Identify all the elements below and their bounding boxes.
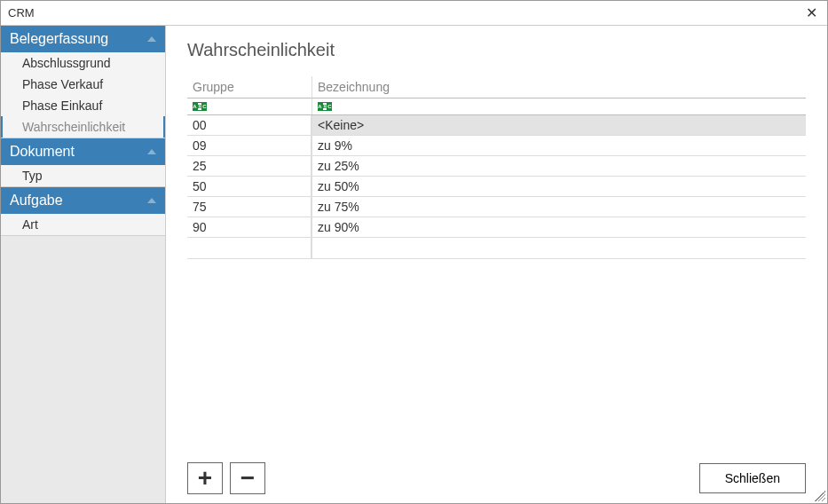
table-row[interactable]: 25 zu 25%	[187, 156, 806, 177]
close-button[interactable]: Schließen	[699, 463, 806, 493]
sidebar-section-label: Dokument	[10, 144, 75, 160]
spacer	[187, 259, 806, 459]
resize-grip[interactable]	[815, 491, 825, 501]
main-content: Wahrscheinlichkeit Gruppe Bezeichnung AB…	[166, 26, 827, 503]
cell-gruppe: 25	[187, 156, 311, 176]
sidebar-section-aufgabe[interactable]: Aufgabe	[1, 187, 165, 214]
sidebar-items-belegerfassung: Abschlussgrund Phase Verkauf Phase Einka…	[1, 52, 165, 138]
cell-bezeichnung: zu 75%	[311, 197, 806, 217]
sidebar-section-dokument[interactable]: Dokument	[1, 138, 165, 165]
sidebar-item-phase-einkauf[interactable]: Phase Einkauf	[1, 95, 165, 116]
page-title: Wahrscheinlichkeit	[187, 40, 806, 60]
cell-bezeichnung: zu 25%	[311, 156, 806, 176]
sidebar-items-aufgabe: Art	[1, 214, 165, 236]
filter-row: ABC ABC	[187, 98, 806, 115]
text-filter-icon: ABC	[318, 102, 332, 111]
empty-row[interactable]	[187, 238, 806, 259]
chevron-up-icon	[147, 198, 156, 203]
cell-bezeichnung: zu 9%	[311, 136, 806, 155]
cell-bezeichnung: zu 90%	[311, 217, 806, 237]
sidebar-item-wahrscheinlichkeit[interactable]: Wahrscheinlichkeit	[1, 116, 165, 138]
filter-cell-gruppe[interactable]: ABC	[187, 98, 311, 114]
cell-gruppe: 75	[187, 197, 311, 217]
footer: + − Schließen	[187, 459, 806, 494]
close-icon[interactable]: ✕	[802, 4, 820, 22]
sidebar-section-belegerfassung[interactable]: Belegerfassung	[1, 26, 165, 52]
data-grid: Gruppe Bezeichnung ABC ABC	[187, 76, 806, 259]
body: Belegerfassung Abschlussgrund Phase Verk…	[1, 26, 827, 503]
filter-cell-bezeichnung[interactable]: ABC	[311, 98, 806, 114]
table-row[interactable]: 09 zu 9%	[187, 136, 806, 156]
window-title: CRM	[8, 6, 35, 20]
sidebar: Belegerfassung Abschlussgrund Phase Verk…	[1, 26, 166, 503]
cell-bezeichnung: <Keine>	[311, 115, 806, 135]
sidebar-item-typ[interactable]: Typ	[1, 165, 165, 186]
column-header-bezeichnung[interactable]: Bezeichnung	[311, 76, 806, 98]
cell-bezeichnung: zu 50%	[311, 177, 806, 196]
data-rows: 00 <Keine> 09 zu 9% 25 zu 25% 50 zu 50%	[187, 115, 806, 259]
sidebar-item-phase-verkauf[interactable]: Phase Verkauf	[1, 74, 165, 95]
titlebar: CRM ✕	[1, 1, 827, 26]
cell-gruppe: 50	[187, 177, 311, 196]
grid-header: Gruppe Bezeichnung	[187, 76, 806, 98]
chevron-up-icon	[147, 36, 156, 42]
cell-gruppe: 09	[187, 136, 311, 155]
sidebar-section-label: Aufgabe	[10, 193, 63, 209]
table-row[interactable]: 00 <Keine>	[187, 115, 806, 136]
footer-left: + −	[187, 462, 265, 494]
window: CRM ✕ Belegerfassung Abschlussgrund Phas…	[0, 0, 828, 504]
sidebar-item-art[interactable]: Art	[1, 214, 165, 235]
table-row[interactable]: 75 zu 75%	[187, 197, 806, 217]
cell-gruppe: 90	[187, 217, 311, 237]
sidebar-item-abschlussgrund[interactable]: Abschlussgrund	[1, 52, 165, 74]
cell-gruppe: 00	[187, 115, 311, 135]
column-header-gruppe[interactable]: Gruppe	[187, 76, 311, 98]
sidebar-section-label: Belegerfassung	[10, 31, 108, 47]
sidebar-items-dokument: Typ	[1, 165, 165, 187]
table-row[interactable]: 50 zu 50%	[187, 177, 806, 197]
table-row[interactable]: 90 zu 90%	[187, 217, 806, 238]
remove-button[interactable]: −	[230, 462, 265, 494]
text-filter-icon: ABC	[193, 102, 207, 111]
chevron-up-icon	[147, 149, 156, 154]
add-button[interactable]: +	[187, 462, 223, 494]
